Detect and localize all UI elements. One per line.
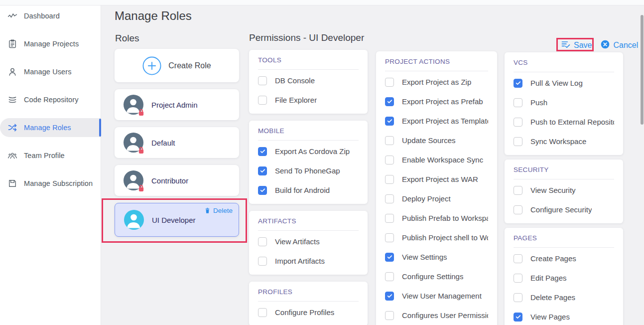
unchecked-checkbox[interactable]	[258, 76, 267, 85]
unchecked-checkbox[interactable]	[385, 156, 394, 164]
unchecked-checkbox[interactable]	[258, 257, 267, 266]
permission-group-title: MOBILE	[258, 127, 359, 135]
permission-view-pages[interactable]: View Pages	[514, 307, 614, 325]
plus-circle-icon	[142, 56, 161, 75]
unchecked-checkbox[interactable]	[385, 311, 394, 320]
permission-sync-workspace[interactable]: Sync Workspace	[514, 132, 614, 151]
permission-configures-user-permissions[interactable]: Configures User Permissions	[385, 306, 488, 325]
role-card-project-admin[interactable]: Project Admin	[115, 89, 239, 120]
sidebar-item-team-profile[interactable]: Team Profile	[0, 146, 101, 165]
create-role-button[interactable]: Create Role	[115, 49, 239, 82]
team-icon	[7, 151, 17, 161]
sidebar-item-label: Code Repository	[24, 96, 79, 104]
permission-label: Update Sources	[402, 136, 456, 145]
role-card-default[interactable]: Default	[115, 127, 239, 158]
unchecked-checkbox[interactable]	[258, 308, 267, 317]
permission-view-user-management[interactable]: View User Management	[385, 286, 488, 306]
permission-configure-profiles[interactable]: Configure Profiles	[258, 303, 359, 322]
sidebar-item-label: Team Profile	[24, 152, 65, 160]
unchecked-checkbox[interactable]	[514, 293, 522, 302]
unchecked-checkbox[interactable]	[514, 98, 522, 107]
save-button[interactable]: Save	[561, 39, 592, 51]
permission-label: DB Console	[275, 76, 315, 85]
checked-checkbox[interactable]	[385, 253, 394, 262]
sidebar-item-code-repository[interactable]: Code Repository	[0, 90, 101, 109]
unchecked-checkbox[interactable]	[385, 78, 394, 87]
permission-import-artifacts[interactable]: Import Artifacts	[258, 251, 359, 271]
unchecked-checkbox[interactable]	[514, 274, 522, 283]
sidebar-item-manage-users[interactable]: Manage Users	[0, 62, 101, 81]
permission-label: Configure Security	[530, 205, 592, 214]
permission-file-explorer[interactable]: File Explorer	[258, 90, 359, 110]
delete-role-button[interactable]: Delete	[204, 207, 233, 214]
permission-send-to-phonegap[interactable]: Send To PhoneGap	[258, 161, 359, 180]
checked-checkbox[interactable]	[258, 147, 267, 156]
checked-checkbox[interactable]	[514, 313, 522, 322]
permission-push[interactable]: Push	[514, 93, 614, 112]
permission-export-project-as-prefab[interactable]: Export Project as Prefab	[385, 92, 488, 111]
permission-label: Import Artifacts	[275, 257, 325, 265]
unchecked-checkbox[interactable]	[258, 96, 267, 105]
checked-checkbox[interactable]	[385, 292, 394, 301]
lock-icon	[137, 184, 145, 192]
permission-view-artifacts[interactable]: View Artifacts	[258, 232, 359, 251]
unchecked-checkbox[interactable]	[385, 175, 394, 184]
permission-view-settings[interactable]: View Settings	[385, 247, 488, 267]
checked-checkbox[interactable]	[258, 186, 267, 195]
permission-group-title: TOOLS	[258, 56, 359, 64]
checked-checkbox[interactable]	[258, 166, 267, 175]
sidebar-item-manage-subscription[interactable]: Manage Subscription	[0, 174, 101, 193]
role-card-ui-developer[interactable]: Delete UI Developer	[115, 203, 239, 237]
unchecked-checkbox[interactable]	[514, 118, 522, 127]
permission-build-for-android[interactable]: Build for Android	[258, 180, 359, 200]
cancel-button[interactable]: Cancel	[600, 39, 638, 51]
permission-push-to-external-repository[interactable]: Push to External Repository	[514, 112, 614, 132]
permissions-column-1: TOOLS DB Console File Explorer MOBILE Ex…	[249, 50, 368, 325]
delete-role-label: Delete	[213, 207, 233, 214]
unchecked-checkbox[interactable]	[514, 186, 522, 195]
unchecked-checkbox[interactable]	[514, 137, 522, 146]
sidebar-item-dashboard[interactable]: Dashboard	[0, 6, 101, 25]
permission-export-project-as-zip[interactable]: Export Project as Zip	[385, 72, 488, 92]
permission-pull-view-log[interactable]: Pull & View Log	[514, 73, 614, 93]
permission-export-project-as-war[interactable]: Export Project as WAR	[385, 169, 488, 189]
permission-group-title: PAGES	[514, 234, 614, 242]
permissions-column-3: VCS Pull & View Log Push Push to Externa…	[505, 52, 623, 325]
permission-deploy-project[interactable]: Deploy Project	[385, 189, 488, 208]
permission-enable-workspace-sync[interactable]: Enable Workspace Sync	[385, 150, 488, 169]
checked-checkbox[interactable]	[514, 79, 522, 88]
sidebar-item-manage-roles[interactable]: Manage Roles	[0, 118, 101, 137]
page-title: Manage Roles	[115, 9, 192, 23]
permission-update-sources[interactable]: Update Sources	[385, 131, 488, 150]
permission-group-title: SECURITY	[514, 166, 614, 173]
permission-publish-prefab-to-workspace[interactable]: Publish Prefab to Workspace	[385, 208, 488, 228]
vertical-scrollbar-thumb[interactable]	[641, 15, 644, 125]
permission-create-pages[interactable]: Create Pages	[514, 249, 614, 268]
unchecked-checkbox[interactable]	[385, 272, 394, 281]
sidebar-item-label: Manage Subscription	[24, 179, 93, 187]
sidebar-item-manage-projects[interactable]: Manage Projects	[0, 34, 101, 53]
checked-checkbox[interactable]	[385, 97, 394, 106]
permission-configure-settings[interactable]: Configure Settings	[385, 267, 488, 286]
unchecked-checkbox[interactable]	[258, 237, 267, 246]
unchecked-checkbox[interactable]	[385, 136, 394, 145]
permission-export-as-cordova-zip[interactable]: Export As Cordova Zip	[258, 142, 359, 161]
divider	[258, 69, 359, 70]
unchecked-checkbox[interactable]	[385, 233, 394, 242]
permission-edit-pages[interactable]: Edit Pages	[514, 268, 614, 288]
sidebar-item-label: Manage Users	[24, 68, 72, 76]
unchecked-checkbox[interactable]	[385, 214, 394, 223]
unchecked-checkbox[interactable]	[514, 254, 522, 263]
permission-group-pages: PAGES Create Pages Edit Pages Delete Pag…	[505, 228, 623, 325]
permission-configure-security[interactable]: Configure Security	[514, 200, 614, 219]
permission-label: Sync Workspace	[530, 137, 586, 146]
permission-view-security[interactable]: View Security	[514, 180, 614, 200]
permission-delete-pages[interactable]: Delete Pages	[514, 288, 614, 307]
checked-checkbox[interactable]	[385, 117, 394, 126]
role-card-contributor[interactable]: Contributor	[115, 165, 239, 196]
permission-db-console[interactable]: DB Console	[258, 71, 359, 90]
unchecked-checkbox[interactable]	[514, 205, 522, 214]
unchecked-checkbox[interactable]	[385, 194, 394, 203]
permission-export-project-as-template[interactable]: Export Project as Template ...	[385, 111, 488, 131]
permission-publish-project-shell-to-wor[interactable]: Publish Project shell to Wor...	[385, 228, 488, 247]
